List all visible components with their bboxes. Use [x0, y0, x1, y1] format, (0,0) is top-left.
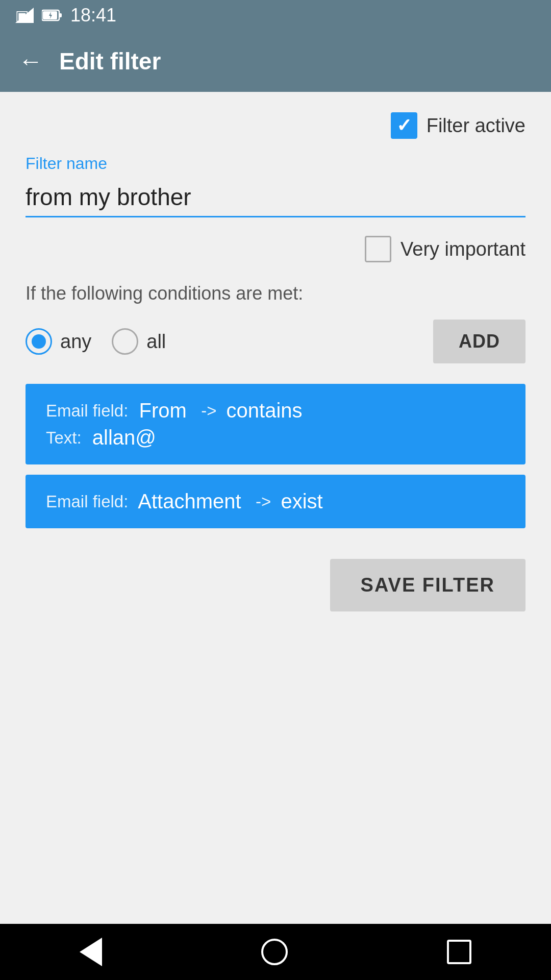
condition-card-1-condition: contains: [227, 399, 303, 422]
very-important-label: Very important: [400, 238, 525, 260]
filter-active-label: Filter active: [427, 115, 525, 137]
condition-card-1-text-value: allan@: [87, 426, 156, 449]
add-button[interactable]: ADD: [433, 320, 525, 363]
condition-card-2-condition: exist: [281, 490, 322, 513]
home-nav-icon: [261, 939, 288, 965]
nav-back-button[interactable]: [80, 938, 102, 966]
condition-card-1-line1: Email field: From -> contains: [46, 399, 505, 422]
main-content: ✓ Filter active Filter name Very importa…: [0, 92, 551, 924]
radio-any-circle[interactable]: [26, 328, 52, 355]
radio-all-circle[interactable]: [112, 328, 138, 355]
checkmark-icon: ✓: [396, 116, 412, 135]
radio-all-label: all: [146, 331, 166, 353]
save-filter-button[interactable]: SAVE FILTER: [330, 559, 525, 611]
filter-active-checkbox-box[interactable]: ✓: [391, 112, 417, 139]
radio-any[interactable]: any: [26, 328, 91, 355]
very-important-row: Very important: [26, 236, 525, 262]
filter-active-row: ✓ Filter active: [26, 112, 525, 139]
very-important-checkbox[interactable]: Very important: [365, 236, 525, 262]
app-bar: ← Edit filter: [0, 31, 551, 92]
status-time: 18:41: [70, 5, 116, 26]
condition-card-2-line1: Email field: Attachment -> exist: [46, 490, 505, 513]
very-important-checkbox-box[interactable]: [365, 236, 391, 262]
condition-card-2[interactable]: Email field: Attachment -> exist: [26, 475, 525, 528]
save-filter-row: SAVE FILTER: [26, 559, 525, 611]
conditions-row: any all ADD: [26, 320, 525, 363]
condition-card-1-field-label: Email field:: [46, 401, 128, 421]
conditions-description: If the following conditions are met:: [26, 283, 525, 304]
condition-card-2-arrow: ->: [246, 492, 276, 511]
condition-card-1[interactable]: Email field: From -> contains Text: alla…: [26, 384, 525, 464]
radio-any-label: any: [60, 331, 91, 353]
back-button[interactable]: ←: [18, 49, 43, 74]
condition-card-1-arrow: ->: [192, 401, 221, 421]
filter-active-checkbox[interactable]: ✓ Filter active: [391, 112, 525, 139]
condition-card-1-line2: Text: allan@: [46, 426, 505, 449]
back-nav-icon: [80, 938, 102, 966]
condition-card-2-field-label: Email field:: [46, 492, 128, 511]
filter-name-label: Filter name: [26, 154, 525, 173]
condition-card-1-field-value: From: [133, 399, 186, 422]
condition-card-1-text-label: Text:: [46, 428, 82, 448]
radio-group: any all: [26, 328, 166, 355]
battery-icon: [42, 8, 62, 22]
bottom-nav: [0, 924, 551, 980]
nav-home-button[interactable]: [261, 939, 288, 965]
nav-recent-button[interactable]: [447, 940, 471, 964]
page-title: Edit filter: [59, 47, 161, 75]
sim-icon: ▣: [15, 7, 29, 24]
svg-rect-2: [59, 13, 62, 17]
filter-name-input[interactable]: [26, 178, 525, 217]
condition-card-2-field-value: Attachment: [133, 490, 241, 513]
radio-all[interactable]: all: [112, 328, 166, 355]
recent-nav-icon: [447, 940, 471, 964]
status-bar: ▣ 18:41: [0, 0, 551, 31]
